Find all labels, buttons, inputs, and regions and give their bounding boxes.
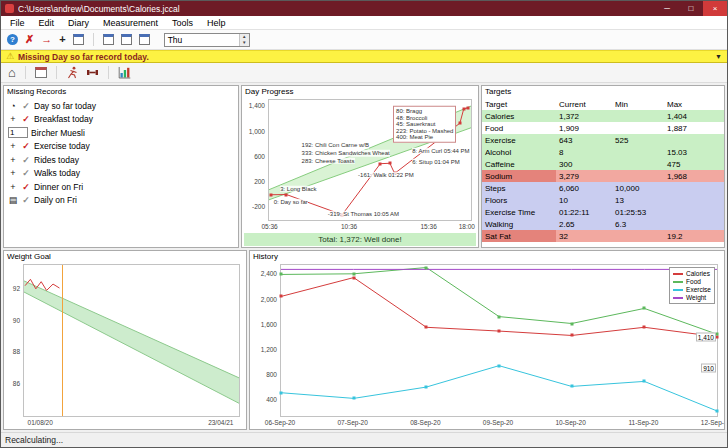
legend-label: Food	[686, 278, 701, 285]
day-view-icon[interactable]	[103, 34, 114, 45]
add-exercise-icon[interactable]: +	[8, 141, 18, 151]
y-axis-label: -200	[252, 203, 265, 210]
missing-record-row[interactable]: +✓Breakfast today	[4, 113, 238, 127]
warning-text: Missing Day so far record today.	[18, 52, 711, 62]
target-row[interactable]: Exercise Time01:22:1101:25:53	[482, 206, 724, 218]
status-bar: Recalculating...	[1, 432, 727, 447]
chart-overlay: 192: Chili Con Carne w/B333: Chicken San…	[269, 100, 471, 220]
exercise-icon[interactable]	[66, 66, 79, 79]
target-row[interactable]: Calories1,3721,404	[482, 110, 724, 122]
menu-edit[interactable]: Edit	[32, 18, 62, 28]
add-ride-icon[interactable]: +	[8, 155, 18, 165]
y-axis-label: 92	[13, 284, 20, 291]
target-row[interactable]: Sodium3,2791,968	[482, 170, 724, 182]
check-icon[interactable]: ✓	[21, 101, 31, 111]
x-axis-label: 10-Sep-20	[555, 419, 585, 426]
maximize-button[interactable]: □	[679, 1, 703, 16]
warning-banner[interactable]: ⚠ Missing Day so far record today. ▼	[1, 50, 727, 63]
help-icon[interactable]: ?	[7, 34, 18, 45]
delete-record-icon[interactable]: ✗	[25, 34, 34, 45]
missing-record-row[interactable]: +✓Rides today	[4, 153, 238, 167]
target-row[interactable]: Walking2.656.3	[482, 218, 724, 230]
day-total-banner: Total: 1,372: Well done!	[244, 233, 476, 246]
y-axis-label: 1,000	[249, 127, 265, 134]
chart-annotation: 333: Chicken Sandwiches Wheat	[302, 150, 390, 157]
view-toolbar-buttons: ⌂	[8, 66, 131, 79]
check-icon[interactable]: ✓	[21, 155, 31, 165]
missing-record-row[interactable]: +✓Exercise today	[4, 140, 238, 154]
toolbar-buttons: ?✗→+	[7, 33, 150, 46]
missing-record-label: Daily on Fri	[34, 195, 77, 205]
menu-diary[interactable]: Diary	[61, 18, 96, 28]
jump-to-date-icon[interactable]: →	[41, 34, 52, 45]
y-axis-label: 1,200	[261, 345, 277, 352]
panel-title: Weight Goal	[4, 251, 246, 262]
close-button[interactable]: ×	[703, 1, 727, 16]
warning-dropdown-icon[interactable]: ▼	[715, 53, 722, 60]
check-icon[interactable]: ✓	[21, 182, 31, 192]
data-point	[458, 122, 461, 125]
target-row[interactable]: Floors1013	[482, 194, 724, 206]
month-view-icon[interactable]	[139, 34, 150, 45]
add-dinner-icon[interactable]: +	[8, 182, 18, 192]
toolbar-separator	[25, 66, 26, 79]
target-row[interactable]: Food1,9091,887	[482, 122, 724, 134]
reports-icon[interactable]	[118, 66, 131, 79]
data-point	[388, 162, 391, 165]
chart-annotation: 80: Bragg48: Broccoli45: Sauerkraut223: …	[393, 106, 456, 143]
x-axis: 05:3610:3615:3618:00	[268, 222, 472, 231]
app-window: C:\Users\andrew\Documents\Calories.jccal…	[0, 0, 728, 448]
day-selector-spinner[interactable]: ▲▼	[239, 34, 249, 46]
missing-record-label: Exercise today	[34, 141, 90, 151]
target-row[interactable]: Steps6,06010,000	[482, 182, 724, 194]
home-icon[interactable]: ⌂	[8, 66, 16, 79]
spin-down-icon[interactable]: ▼	[240, 40, 249, 46]
x-axis-label: 15:36	[421, 223, 437, 230]
check-icon[interactable]: ✓	[21, 141, 31, 151]
day-selector-value: Thu	[165, 35, 239, 45]
app-icon	[5, 4, 14, 13]
pick-date-icon[interactable]	[73, 34, 84, 45]
check-icon[interactable]: ✓	[21, 114, 31, 124]
toolbar-separator	[56, 66, 57, 79]
x-axis-label: 05:36	[261, 223, 277, 230]
missing-record-row[interactable]: +✓Walks today	[4, 167, 238, 181]
weights-icon[interactable]	[86, 66, 99, 79]
check-icon[interactable]: ✓	[21, 168, 31, 178]
x-axis-label: 07-Sep-20	[337, 419, 367, 426]
target-row[interactable]: Alcohol815.03	[482, 146, 724, 158]
target-row[interactable]: Caffeine300475	[482, 158, 724, 170]
target-row[interactable]: Exercise643525	[482, 134, 724, 146]
menu-file[interactable]: File	[3, 18, 32, 28]
check-icon[interactable]: ✓	[21, 195, 31, 205]
menu-help[interactable]: Help	[200, 18, 233, 28]
add-record-icon[interactable]: +	[59, 34, 65, 45]
y-axis-label: 200	[254, 178, 265, 185]
target-row[interactable]: Sat Fat3219.2	[482, 230, 724, 242]
missing-record-label: Rides today	[34, 155, 79, 165]
daily-note-icon[interactable]: ▤	[8, 195, 18, 205]
quantity-input[interactable]	[8, 127, 28, 138]
chart-overlay	[24, 265, 239, 416]
missing-record-row[interactable]: ◔✓Day so far today	[4, 99, 238, 113]
legend-entry: Weight	[673, 294, 711, 301]
missing-record-row[interactable]: +✓Dinner on Fri	[4, 180, 238, 194]
add-walk-icon[interactable]: +	[8, 168, 18, 178]
add-breakfast-icon[interactable]: +	[8, 114, 18, 124]
menu-tools[interactable]: Tools	[165, 18, 200, 28]
chart-legend: CaloriesFoodExerciseWeight	[669, 267, 715, 304]
menu-measurement[interactable]: Measurement	[96, 18, 165, 28]
targets-table: TargetCurrentMinMaxCalories1,3721,404Foo…	[482, 98, 724, 242]
week-view-icon[interactable]	[121, 34, 132, 45]
diary-icon[interactable]	[35, 67, 47, 78]
minimize-button[interactable]: ─	[655, 1, 679, 16]
day-selector[interactable]: Thu ▲▼	[164, 33, 250, 47]
status-text: Recalculating...	[5, 435, 63, 445]
x-axis-label: 10:36	[341, 223, 357, 230]
missing-record-row[interactable]: Bircher Muesli	[4, 126, 238, 140]
data-point	[570, 385, 573, 388]
day-summary-icon[interactable]: ◔	[8, 101, 18, 111]
legend-label: Exercise	[686, 286, 711, 293]
missing-record-row[interactable]: ▤✓Daily on Fri	[4, 194, 238, 208]
current-date-marker	[62, 265, 63, 416]
